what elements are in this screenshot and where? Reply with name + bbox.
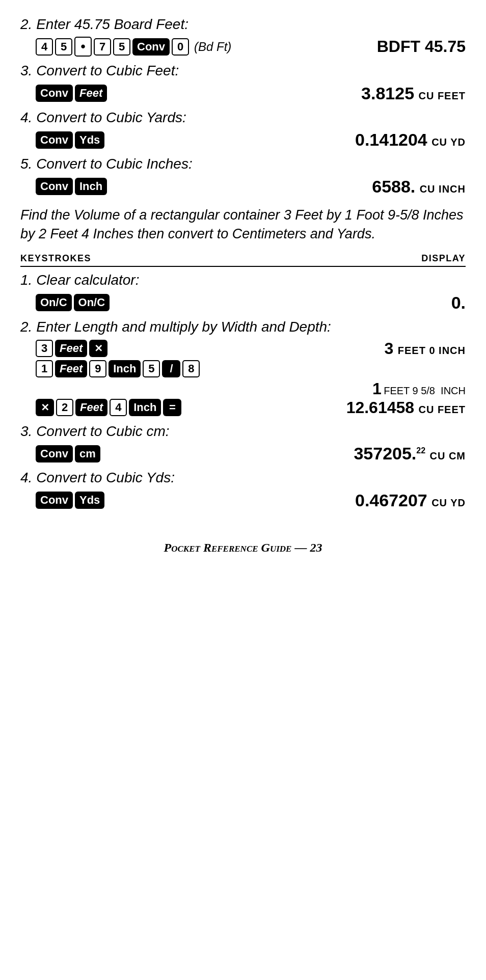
step5-number: 6588. xyxy=(372,177,415,196)
key-equals[interactable]: = xyxy=(163,399,181,416)
r1-number: 3 xyxy=(385,339,394,358)
key-inch3[interactable]: Inch xyxy=(129,399,161,416)
key-0[interactable]: 0 xyxy=(172,38,189,56)
col-keystrokes: KEYSTROKES xyxy=(20,253,91,264)
step2-display: BDFT 45.75 xyxy=(377,37,466,56)
b-step2-row2-keys: 1 Feet 9 Inch 5 / 8 xyxy=(36,360,466,377)
step2-section: 2. Enter 45.75 Board Feet: 4 5 • 7 5 Con… xyxy=(20,15,466,57)
step3-heading: 3. Convert to Cubic Feet: xyxy=(20,62,466,80)
b-step3-keys: Conv cm xyxy=(36,445,100,462)
key-feet3[interactable]: Feet xyxy=(55,360,87,377)
key-onc1[interactable]: On/C xyxy=(36,294,72,311)
b-step2-row1-keys: 3 Feet ✕ xyxy=(36,340,107,357)
bdft-label: (Bd Ft) xyxy=(194,40,231,54)
r1-unit: FEET 0 INCH xyxy=(398,345,466,356)
b-step2-heading: 2. Enter Length and multiply by Width an… xyxy=(20,318,466,336)
key-3[interactable]: 3 xyxy=(36,340,53,357)
key-conv6[interactable]: Conv xyxy=(36,492,73,509)
r3-number: 12.61458 xyxy=(346,398,414,417)
b-step2-row3: ✕ 2 Feet 4 Inch = 12.61458 CU FEET xyxy=(20,398,466,417)
b-step4-section: 4. Convert to Cubic Yds: Conv Yds 0.4672… xyxy=(20,469,466,510)
b-step3-number: 357205.22 xyxy=(354,444,425,463)
key-1[interactable]: 1 xyxy=(36,360,53,377)
b-step1-section: 1. Clear calculator: On/C On/C 0. xyxy=(20,271,466,312)
key-feet[interactable]: Feet xyxy=(75,85,107,102)
b-step3-display: 357205.22 CU CM xyxy=(354,444,466,464)
step3-unit: CU FEET xyxy=(418,90,466,101)
key-9[interactable]: 9 xyxy=(89,360,106,377)
step3-number: 3.8125 xyxy=(361,84,414,103)
key-feet2[interactable]: Feet xyxy=(55,340,87,357)
step4-keys: Conv Yds xyxy=(36,131,104,149)
step5-display: 6588. CU INCH xyxy=(372,177,466,197)
key-4[interactable]: 4 xyxy=(110,399,127,416)
key-dot[interactable]: • xyxy=(74,37,92,57)
step2-display-text: BDFT 45.75 xyxy=(377,37,466,56)
key-7[interactable]: 7 xyxy=(94,38,111,56)
step5-heading: 5. Convert to Cubic Inches: xyxy=(20,155,466,173)
key-inch2[interactable]: Inch xyxy=(109,360,141,377)
key-8[interactable]: 8 xyxy=(182,360,200,377)
b-step2-row1: 3 Feet ✕ 3 FEET 0 INCH xyxy=(20,339,466,358)
description-block: Find the Volume of a rectangular contain… xyxy=(20,206,466,244)
step5-unit: CU INCH xyxy=(420,183,466,195)
key-conv5[interactable]: Conv xyxy=(36,445,73,462)
key-2[interactable]: 2 xyxy=(56,399,73,416)
key-conv[interactable]: Conv xyxy=(132,38,170,56)
b-step2-section: 2. Enter Length and multiply by Width an… xyxy=(20,318,466,417)
b-step4-heading: 4. Convert to Cubic Yds: xyxy=(20,469,466,487)
footer-text: Pocket Reference Guide — 23 xyxy=(164,541,322,554)
step4-number: 0.141204 xyxy=(355,130,427,149)
b-step1-number: 0. xyxy=(451,293,466,312)
key-conv3[interactable]: Conv xyxy=(36,131,73,149)
step4-heading: 4. Convert to Cubic Yards: xyxy=(20,108,466,127)
b-step4-keys: Conv Yds xyxy=(36,492,104,509)
step5-keys: Conv Inch xyxy=(36,178,107,195)
r2-number: 1 xyxy=(372,379,382,398)
b-step4-display: 0.467207 CU YD xyxy=(355,491,466,510)
step4-display: 0.141204 CU YD xyxy=(355,130,466,150)
key-4[interactable]: 4 xyxy=(36,38,53,56)
r3-unit: CU FEET xyxy=(418,404,466,415)
key-yds2[interactable]: Yds xyxy=(75,492,104,509)
b-step3-unit: CU CM xyxy=(429,450,466,461)
key-inch[interactable]: Inch xyxy=(75,178,107,195)
b-step3-heading: 3. Convert to Cubic cm: xyxy=(20,422,466,441)
b-step4-unit: CU YD xyxy=(431,497,466,508)
step4-section: 4. Convert to Cubic Yards: Conv Yds 0.14… xyxy=(20,108,466,150)
key-conv4[interactable]: Conv xyxy=(36,178,73,195)
key-feet4[interactable]: Feet xyxy=(75,399,107,416)
b-step4-number: 0.467207 xyxy=(355,491,427,510)
key-slash[interactable]: / xyxy=(162,360,180,377)
key-5b[interactable]: 5 xyxy=(113,38,130,56)
col-display: DISPLAY xyxy=(421,253,466,264)
b-step1-keys: On/C On/C xyxy=(36,294,110,311)
key-5[interactable]: 5 xyxy=(55,38,72,56)
b-step1-heading: 1. Clear calculator: xyxy=(20,271,466,289)
b-step3-sup: 22 xyxy=(416,446,425,455)
b-step1-display: 0. xyxy=(451,293,466,313)
key-cm[interactable]: cm xyxy=(75,445,100,462)
key-onc2[interactable]: On/C xyxy=(74,294,110,311)
step4-unit: CU YD xyxy=(431,137,466,148)
step3-keys: Conv Feet xyxy=(36,85,107,102)
b-step2-row2: 1 Feet 9 Inch 5 / 8 1 FEET 9 5/8 INCH xyxy=(20,360,466,398)
b-step2-row1-display: 3 FEET 0 INCH xyxy=(385,339,466,358)
r2-unit: FEET 9 5/8 INCH xyxy=(384,385,466,396)
key-yds[interactable]: Yds xyxy=(75,131,104,149)
step5-section: 5. Convert to Cubic Inches: Conv Inch 65… xyxy=(20,155,466,196)
key-x1[interactable]: ✕ xyxy=(89,340,107,357)
b-step2-row2-display: 1 FEET 9 5/8 INCH xyxy=(36,379,466,398)
footer: Pocket Reference Guide — 23 xyxy=(20,541,466,555)
b-step2-row3-display: 12.61458 CU FEET xyxy=(346,398,466,417)
step2-heading: 2. Enter 45.75 Board Feet: xyxy=(20,15,466,34)
b-step2-row3-keys: ✕ 2 Feet 4 Inch = xyxy=(36,399,181,416)
table-header: KEYSTROKES DISPLAY xyxy=(20,253,466,267)
step3-section: 3. Convert to Cubic Feet: Conv Feet 3.81… xyxy=(20,62,466,103)
key-conv2[interactable]: Conv xyxy=(36,85,73,102)
key-5c[interactable]: 5 xyxy=(143,360,160,377)
step3-display: 3.8125 CU FEET xyxy=(361,84,466,103)
key-x2[interactable]: ✕ xyxy=(36,399,54,416)
step2-keys: 4 5 • 7 5 Conv 0 (Bd Ft) xyxy=(36,37,231,57)
b-step3-section: 3. Convert to Cubic cm: Conv cm 357205.2… xyxy=(20,422,466,464)
